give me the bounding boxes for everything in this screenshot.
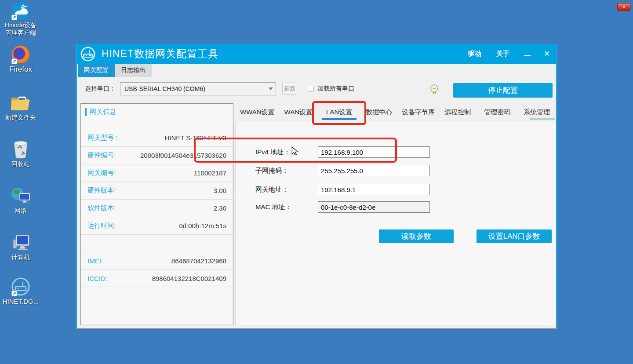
icon-label: 网络 bbox=[15, 207, 27, 215]
info-value: 20003f0014504e3157303620 bbox=[116, 152, 226, 159]
computer-icon bbox=[11, 233, 31, 252]
info-row-iccid: ICCID: 898604132218C0021409 bbox=[81, 269, 233, 287]
info-label: 运行时间: bbox=[87, 222, 116, 230]
serial-toolbar: 选择串口： USB-SERIAL CH340 (COM6) 刷新 加载所有串口 … bbox=[77, 77, 556, 100]
netmask-input[interactable] bbox=[318, 165, 430, 176]
info-value: HINET S-TCP-ET-V3 bbox=[117, 134, 226, 142]
folder-icon bbox=[11, 94, 31, 112]
device-status-icon bbox=[430, 84, 439, 94]
info-value: 2.30 bbox=[116, 204, 226, 212]
tab-lan-settings[interactable]: LAN设置 bbox=[317, 103, 361, 121]
lan-settings-panel: IPv4 地址： 子网掩码： 网关地址： MAC 地址： 读取参数 设置L bbox=[235, 121, 556, 325]
recycle-bin-icon bbox=[12, 140, 29, 159]
info-row-hw-id: 硬件编号: 20003f0014504e3157303620 bbox=[81, 146, 233, 164]
shortcut-arrow-icon: ↗ bbox=[11, 58, 17, 64]
desktop-icon-new-folder[interactable]: 新建文件夹 bbox=[1, 93, 40, 121]
desktop-icon-recycle-bin[interactable]: 回收站 bbox=[1, 140, 40, 168]
mac-addr-label: MAC 地址： bbox=[255, 203, 292, 211]
info-row-empty bbox=[81, 234, 233, 252]
icon-label: HINET.DG... bbox=[3, 298, 39, 305]
gateway-info-title: 网关信息 bbox=[90, 108, 116, 129]
gateway-addr-label: 网关地址： bbox=[255, 186, 288, 194]
about-menu[interactable]: 关于 bbox=[496, 50, 509, 58]
icon-label: 计算机 bbox=[11, 254, 30, 261]
info-label: 硬件编号: bbox=[87, 151, 116, 160]
serial-port-value: USB-SERIAL CH340 (COM6) bbox=[124, 85, 269, 92]
serial-port-select[interactable]: USB-SERIAL CH340 (COM6) bbox=[120, 82, 276, 95]
info-row-gw-id: 网关编号: 110002187 bbox=[81, 164, 233, 182]
close-button[interactable]: ✕ bbox=[544, 49, 550, 58]
info-label: ICCID: bbox=[87, 275, 107, 282]
desktop-icon-hinode-client[interactable]: ↗ Hinode设备 管理客户端 bbox=[1, 1, 40, 36]
tab-wwan-settings[interactable]: WWAN设置 bbox=[235, 103, 280, 121]
ipv4-input[interactable] bbox=[318, 146, 430, 158]
floating-close-button[interactable]: ✕ bbox=[617, 3, 630, 11]
info-row-uptime: 运行时间: 0d:00h:12m:51s bbox=[81, 217, 233, 234]
icon-label: Hinode设备 bbox=[5, 22, 36, 29]
shortcut-arrow-icon: ↗ bbox=[11, 291, 17, 296]
info-label: 软件版本: bbox=[87, 204, 116, 212]
info-value: 898604132218C0021409 bbox=[107, 275, 226, 282]
info-label: 硬件版本: bbox=[87, 186, 116, 195]
window-titlebar: HINET数据网关配置工具 驱动 关于 ✕ bbox=[77, 44, 556, 64]
tab-byte-order[interactable]: 设备字节序 bbox=[397, 103, 440, 121]
refresh-button[interactable]: 刷新 bbox=[282, 83, 297, 95]
gateway-addr-row: 网关地址： bbox=[236, 184, 556, 195]
stop-config-button[interactable]: 停止配置 bbox=[453, 83, 553, 98]
mac-addr-row: MAC 地址： bbox=[236, 201, 556, 213]
desktop-icon-hinet-dg[interactable]: ↗ HINET.DG... bbox=[1, 277, 40, 305]
set-lan-params-button[interactable]: 设置LAN口参数 bbox=[477, 229, 552, 243]
netmask-label: 子网掩码： bbox=[255, 167, 288, 175]
load-all-ports-checkbox[interactable] bbox=[308, 86, 313, 91]
tabbar-scroll-indicator[interactable] bbox=[530, 118, 555, 120]
tab-admin-password[interactable]: 管理密码 bbox=[479, 103, 515, 121]
desktop-icon-computer[interactable]: 计算机 bbox=[1, 233, 40, 261]
info-label: 网关编号: bbox=[87, 169, 116, 177]
info-row-sw-version: 软件版本: 2.30 bbox=[81, 199, 233, 217]
window-title: HINET数据网关配置工具 bbox=[102, 47, 218, 61]
network-icon bbox=[11, 187, 31, 205]
netmask-row: 子网掩码： bbox=[236, 165, 556, 176]
tab-gateway-config[interactable]: 网关配置 bbox=[78, 64, 115, 77]
info-row-hw-version: 硬件版本: 3.00 bbox=[81, 182, 233, 199]
tab-remote-control[interactable]: 远程控制 bbox=[440, 103, 476, 121]
serial-port-label: 选择串口： bbox=[85, 85, 116, 93]
main-tab-bar: 网关配置 日志输出 bbox=[77, 64, 556, 77]
tab-lan-settings-label: LAN设置 bbox=[326, 108, 352, 116]
gateway-addr-input[interactable] bbox=[318, 184, 430, 195]
desktop-icon-firefox[interactable]: ↗ Firefox bbox=[1, 45, 40, 73]
info-value: 864687042132968 bbox=[103, 257, 226, 265]
icon-label: 回收站 bbox=[11, 160, 30, 168]
info-value: 3.00 bbox=[116, 187, 226, 194]
icon-label: Firefox bbox=[9, 66, 32, 73]
info-value: 110002187 bbox=[116, 169, 226, 177]
info-value: 0d:00h:12m:51s bbox=[116, 222, 226, 229]
info-row-model: 网关型号 : HINET S-TCP-ET-V3 bbox=[81, 129, 233, 146]
ipv4-label: IPv4 地址： bbox=[255, 148, 290, 157]
icon-label: 管理客户端 bbox=[5, 29, 36, 36]
mouse-cursor bbox=[291, 146, 298, 156]
settings-tab-bar: WWAN设置 WAN设置 LAN设置 数据中心 设备字节序 远程控制 管理密码 … bbox=[235, 103, 556, 121]
desktop: ↗ Hinode设备 管理客户端 ↗ Firefox 新建文件夹 bbox=[0, 0, 633, 364]
desktop-icon-network[interactable]: 网络 bbox=[1, 186, 40, 215]
minimize-button[interactable] bbox=[524, 55, 531, 56]
shortcut-arrow-icon: ↗ bbox=[11, 15, 17, 20]
chevron-down-icon bbox=[269, 87, 273, 90]
load-all-ports-label: 加载所有串口 bbox=[317, 85, 354, 93]
app-router-icon bbox=[80, 47, 95, 62]
app-window: HINET数据网关配置工具 驱动 关于 ✕ 网关配置 日志输出 选择串口： US… bbox=[76, 44, 557, 329]
mac-addr-input[interactable] bbox=[318, 201, 430, 213]
tab-log-output[interactable]: 日志输出 bbox=[115, 64, 152, 77]
read-params-button[interactable]: 读取参数 bbox=[379, 229, 454, 243]
section-accent-bar bbox=[85, 108, 87, 116]
icon-label: 新建文件夹 bbox=[5, 114, 36, 121]
info-row-imei: IMEI: 864687042132968 bbox=[81, 252, 233, 269]
tab-wan-settings[interactable]: WAN设置 bbox=[280, 103, 317, 121]
driver-menu[interactable]: 驱动 bbox=[468, 50, 481, 58]
info-label: IMEI: bbox=[87, 257, 103, 265]
tab-data-center[interactable]: 数据中心 bbox=[361, 103, 397, 121]
info-label: 网关型号 : bbox=[87, 134, 117, 142]
gateway-info-panel: 网关信息 网关型号 : HINET S-TCP-ET-V3 硬件编号: 2000… bbox=[80, 103, 233, 325]
ipv4-row: IPv4 地址： bbox=[236, 146, 556, 158]
